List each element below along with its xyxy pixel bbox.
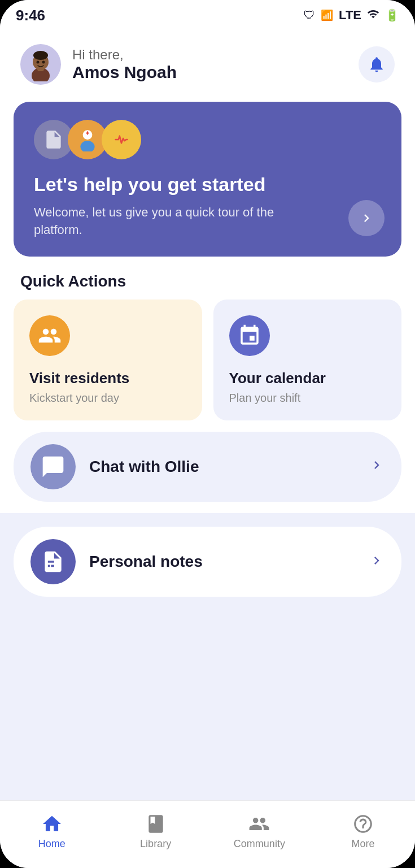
svg-point-8 — [80, 141, 94, 151]
status-icons: 🛡 📶 LTE 🔋 — [304, 8, 399, 23]
notification-button[interactable] — [359, 46, 395, 83]
quick-actions-title: Quick Actions — [0, 268, 415, 300]
nav-more[interactable]: More — [311, 813, 415, 850]
nav-home[interactable]: Home — [0, 813, 104, 850]
calendar-icon — [229, 315, 270, 356]
nav-community[interactable]: Community — [208, 813, 312, 850]
banner-subtitle: Welcome, let us give you a quick tour of… — [34, 204, 277, 239]
your-calendar-card[interactable]: Your calendar Plan your shift — [213, 300, 402, 420]
user-name: Amos Ngoah — [72, 63, 177, 82]
nav-library[interactable]: Library — [104, 813, 208, 850]
notes-section: Personal notes — [0, 513, 415, 800]
chat-icon — [30, 444, 76, 489]
header-left: Hi there, Amos Ngoah — [20, 44, 177, 85]
banner-icons — [34, 120, 381, 159]
personal-notes-card[interactable]: Personal notes — [14, 527, 401, 597]
banner-arrow-button[interactable] — [348, 200, 385, 236]
svg-point-11 — [111, 129, 132, 150]
main-content: Hi there, Amos Ngoah — [0, 31, 415, 800]
signal-icon: 📶 — [321, 9, 333, 21]
lte-label: LTE — [339, 8, 361, 23]
header: Hi there, Amos Ngoah — [0, 31, 415, 96]
notes-icon — [30, 539, 76, 584]
quick-actions-container: Visit residents Kickstart your day Your … — [0, 300, 415, 432]
nav-library-label: Library — [140, 838, 171, 850]
banner-card[interactable]: Let's help you get started Welcome, let … — [14, 102, 401, 257]
status-bar: 9:46 🛡 📶 LTE 🔋 — [0, 0, 415, 31]
avatar — [20, 44, 61, 85]
chat-ollie-label: Chat with Ollie — [89, 458, 355, 476]
nav-community-label: Community — [234, 838, 285, 850]
phone-frame: 9:46 🛡 📶 LTE 🔋 — [0, 0, 415, 868]
your-calendar-title: Your calendar — [229, 370, 386, 387]
header-text: Hi there, Amos Ngoah — [72, 47, 177, 82]
nav-more-label: More — [352, 838, 375, 850]
battery-icon: 🔋 — [385, 8, 399, 22]
your-calendar-subtitle: Plan your shift — [229, 392, 386, 405]
visit-residents-card[interactable]: Visit residents Kickstart your day — [14, 300, 202, 420]
bottom-navigation: Home Library Community More — [0, 800, 415, 868]
residents-icon — [29, 315, 70, 356]
personal-notes-label: Personal notes — [89, 553, 355, 571]
network-icon — [367, 8, 379, 23]
banner-title: Let's help you get started — [34, 173, 381, 196]
status-time: 9:46 — [16, 7, 45, 24]
greeting-text: Hi there, — [72, 47, 177, 63]
visit-residents-subtitle: Kickstart your day — [29, 392, 186, 405]
banner-icon-health — [102, 120, 141, 159]
shield-icon: 🛡 — [304, 9, 315, 22]
chat-arrow-icon — [369, 457, 385, 478]
notes-arrow-icon — [369, 553, 385, 571]
svg-point-6 — [42, 61, 45, 64]
nav-home-label: Home — [38, 838, 65, 850]
svg-rect-10 — [87, 131, 88, 134]
visit-residents-title: Visit residents — [29, 370, 186, 387]
svg-point-5 — [37, 61, 40, 64]
chat-ollie-card[interactable]: Chat with Ollie — [14, 432, 401, 502]
